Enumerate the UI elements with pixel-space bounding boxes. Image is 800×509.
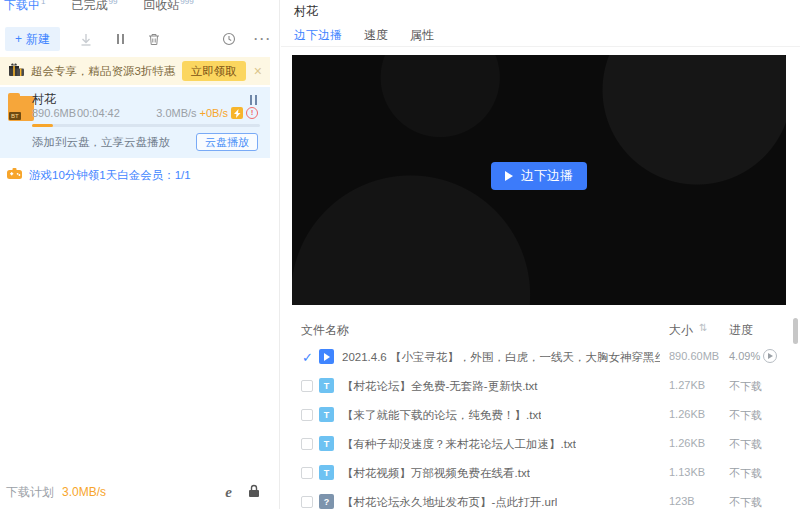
lock-icon[interactable] — [248, 484, 260, 501]
tab-completed[interactable]: 已完成99 — [71, 0, 117, 13]
video-file-icon — [319, 349, 334, 364]
file-size: 1.27KB — [669, 379, 705, 391]
claim-now-button[interactable]: 立即领取 — [182, 61, 246, 81]
row-checkbox[interactable]: ✓ — [301, 351, 313, 363]
sort-icon[interactable]: ⇅ — [699, 322, 707, 333]
download-plan-speed: 3.0MB/s — [62, 485, 106, 499]
task-time-remaining: 00:04:42 — [77, 107, 120, 119]
table-row[interactable]: T【来了就能下载的论坛，纯免费！】.txt1.26KB不下载 — [281, 400, 800, 429]
file-progress: 4.09% — [729, 350, 760, 362]
game-promo-text: 游戏10分钟领1天白金会员：1/1 — [29, 168, 191, 183]
play-icon — [505, 171, 513, 181]
tab-recycle-badge: 999 — [180, 0, 193, 6]
download-task-item[interactable]: BT 村花 890.6MB 00:04:42 3.0MB/s +0B/s ! 添… — [0, 87, 270, 158]
file-progress: 不下载 — [729, 379, 762, 394]
table-row[interactable]: ✓2021.4.6 【小宝寻花】，外围，白虎，一线天，大胸女神穿黑丝，一通操作干… — [281, 342, 800, 371]
download-plan-label[interactable]: 下载计划 — [6, 484, 54, 501]
member-speedup-icon[interactable] — [231, 107, 243, 119]
row-checkbox[interactable] — [301, 409, 313, 421]
video-player-area: 边下边播 — [292, 55, 786, 305]
download-manager-app: 下载中1 已完成99 回收站999 +新建 ··· — [0, 0, 800, 509]
row-play-icon[interactable] — [763, 349, 777, 363]
play-while-download-button[interactable]: 边下边播 — [491, 162, 587, 190]
txt-file-icon: T — [319, 407, 334, 422]
close-icon[interactable]: × — [254, 64, 262, 78]
left-footer: 下载计划 3.0MB/s e — [0, 481, 270, 509]
column-progress: 进度 — [729, 322, 753, 339]
scrollbar-thumb[interactable] — [793, 318, 798, 344]
file-list-header: 文件名称 大小 ⇅ 进度 — [281, 322, 800, 342]
game-icon — [7, 168, 22, 182]
toolbar: +新建 ··· — [5, 26, 271, 52]
task-stats: 890.6MB 00:04:42 3.0MB/s +0B/s ! — [32, 107, 258, 121]
file-size: 123B — [669, 495, 695, 507]
file-progress: 不下载 — [729, 408, 762, 423]
trash-icon[interactable] — [146, 31, 162, 47]
plus-icon: + — [15, 32, 22, 46]
row-checkbox[interactable] — [301, 496, 313, 508]
tab-completed-badge: 99 — [108, 0, 117, 6]
task-pause-icon[interactable] — [248, 94, 258, 108]
file-progress: 不下载 — [729, 495, 762, 509]
bt-folder-icon: BT — [8, 93, 34, 121]
table-row[interactable]: ?【村花论坛永久地址发布页】-点此打开.url123B不下载 — [281, 487, 800, 509]
history-clock-icon[interactable] — [221, 31, 237, 47]
tab-recycle-bin[interactable]: 回收站999 — [143, 0, 193, 13]
table-row[interactable]: T【村花论坛】全免费-无套路-更新快.txt1.27KB不下载 — [281, 371, 800, 400]
row-checkbox[interactable] — [301, 380, 313, 392]
column-file-name: 文件名称 — [301, 322, 349, 339]
tab-downloading[interactable]: 下载中1 — [4, 0, 45, 13]
task-progress-fill — [32, 124, 53, 127]
table-row[interactable]: T【村花视频】万部视频免费在线看.txt1.13KB不下载 — [281, 458, 800, 487]
file-size: 1.26KB — [669, 408, 705, 420]
file-name: 【有种子却没速度？来村花论坛人工加速】.txt — [342, 437, 576, 452]
file-rows: ✓2021.4.6 【小宝寻花】，外围，白虎，一线天，大胸女神穿黑丝，一通操作干… — [281, 342, 800, 509]
speed-warning-icon[interactable]: ! — [246, 107, 258, 119]
right-panel: 村花 边下边播 速度 属性 边下边播 文件名称 大小 ⇅ 进度 ✓2021.4.… — [281, 0, 800, 509]
task-speed: 3.0MB/s — [156, 107, 196, 119]
resume-download-icon[interactable] — [78, 31, 94, 47]
new-task-button[interactable]: +新建 — [5, 27, 60, 51]
gift-icon — [8, 62, 25, 80]
file-name: 【村花论坛】全免费-无套路-更新快.txt — [342, 379, 538, 394]
file-name: 【村花视频】万部视频免费在线看.txt — [342, 466, 530, 481]
browser-icon[interactable]: e — [225, 484, 232, 501]
txt-file-icon: T — [319, 465, 334, 480]
url-file-icon: ? — [319, 494, 334, 509]
banner-text: 超会专享，精品资源3折特惠 — [31, 64, 182, 79]
file-name: 【来了就能下载的论坛，纯免费！】.txt — [342, 408, 541, 423]
cloud-row: 添加到云盘，立享云盘播放 云盘播放 — [32, 131, 258, 153]
cloud-play-button[interactable]: 云盘播放 — [196, 133, 258, 151]
row-checkbox[interactable] — [301, 438, 313, 450]
file-name: 2021.4.6 【小宝寻花】，外围，白虎，一线天，大胸女神穿黑丝，一通操作干得… — [342, 350, 660, 365]
table-row[interactable]: T【有种子却没速度？来村花论坛人工加速】.txt1.26KB不下载 — [281, 429, 800, 458]
file-size: 1.13KB — [669, 466, 705, 478]
tabs-divider — [281, 46, 800, 47]
task-title: 村花 — [32, 91, 56, 108]
file-progress: 不下载 — [729, 437, 762, 452]
bt-badge: BT — [9, 112, 21, 120]
left-panel: 下载中1 已完成99 回收站999 +新建 ··· — [0, 0, 280, 509]
txt-file-icon: T — [319, 378, 334, 393]
tab-downloading-badge: 1 — [41, 0, 45, 6]
task-extra-speed: +0B/s — [200, 107, 228, 119]
game-promo-row[interactable]: 游戏10分钟领1天白金会员：1/1 — [0, 163, 270, 187]
promo-banner: 超会专享，精品资源3折特惠 立即领取 × — [0, 57, 270, 85]
column-size[interactable]: 大小 — [669, 322, 693, 339]
task-size: 890.6MB — [32, 107, 76, 119]
file-name: 【村花论坛永久地址发布页】-点此打开.url — [342, 495, 557, 509]
detail-title: 村花 — [294, 3, 318, 20]
file-progress: 不下载 — [729, 466, 762, 481]
pause-all-icon[interactable] — [112, 31, 128, 47]
file-size: 890.60MB — [669, 350, 719, 362]
download-state-tabs: 下载中1 已完成99 回收站999 — [4, 0, 194, 13]
cloud-hint-text: 添加到云盘，立享云盘播放 — [32, 135, 196, 150]
txt-file-icon: T — [319, 436, 334, 451]
more-options-icon[interactable]: ··· — [255, 31, 271, 47]
file-size: 1.26KB — [669, 437, 705, 449]
row-checkbox[interactable] — [301, 467, 313, 479]
task-progress-bar — [32, 124, 260, 127]
